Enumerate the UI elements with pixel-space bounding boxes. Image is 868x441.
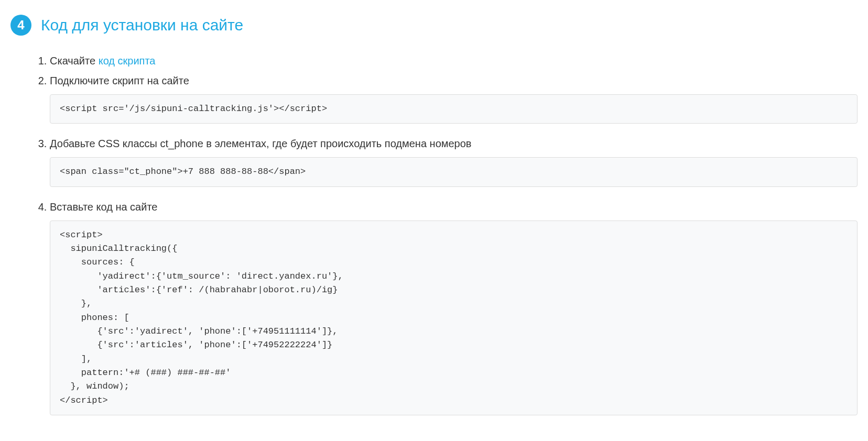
section-header: 4 Код для установки на сайте xyxy=(10,15,858,36)
code-block-span-example: <span class="ct_phone">+7 888 888-88-88<… xyxy=(50,157,858,186)
step-2-text: Подключите скрипт на сайте xyxy=(50,75,189,86)
code-block-script-include: <script src='/js/sipuni-calltracking.js'… xyxy=(50,94,858,124)
code-block-main-script: <script> sipuniCalltracking({ sources: {… xyxy=(50,220,858,415)
step-1: Скачайте код скрипта xyxy=(50,52,858,69)
step-3-text: Добавьте CSS классы ct_phone в элементах… xyxy=(50,138,472,149)
install-steps-list: Скачайте код скрипта Подключите скрипт н… xyxy=(10,52,858,415)
step-3: Добавьте CSS классы ct_phone в элементах… xyxy=(50,135,858,186)
section-title: Код для установки на сайте xyxy=(41,16,243,34)
script-code-link[interactable]: код скрипта xyxy=(99,55,156,67)
step-number-badge: 4 xyxy=(10,15,31,36)
step-1-text: Скачайте xyxy=(50,55,99,67)
step-4: Вставьте код на сайте <script> sipuniCal… xyxy=(50,199,858,415)
step-4-text: Вставьте код на сайте xyxy=(50,201,157,213)
step-2: Подключите скрипт на сайте <script src='… xyxy=(50,72,858,124)
